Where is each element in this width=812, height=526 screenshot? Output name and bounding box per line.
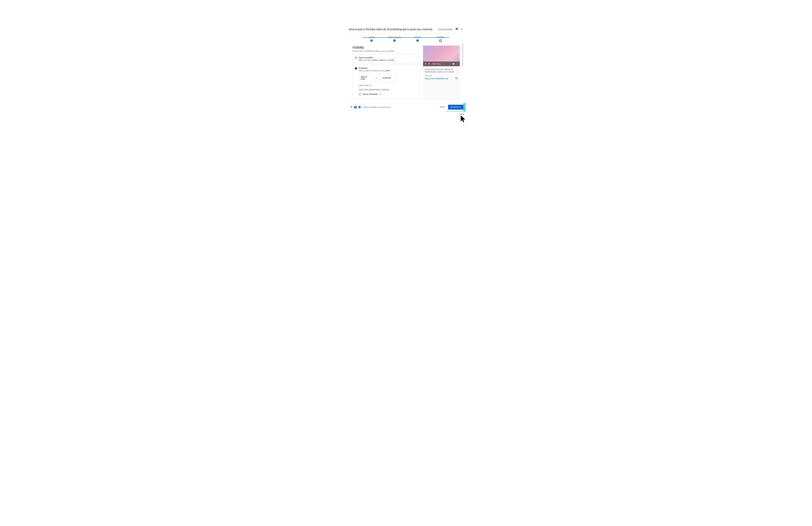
section-subtitle: Choose when to publish and who can see y… [352, 50, 420, 52]
step-checks[interactable]: Checks ✓ [406, 36, 429, 42]
option-description: Select a date to make your video public [359, 70, 391, 72]
dialog-header: How to post a YouTube video (& 10 publis… [349, 28, 463, 33]
play-icon[interactable] [424, 63, 426, 65]
timezone-row[interactable]: TIME ZONE ? [359, 84, 418, 86]
gear-icon[interactable] [452, 63, 454, 65]
preview-video-title: How to post a YouTube video (& 10 publis… [425, 68, 458, 73]
chevron-down-icon [376, 77, 377, 78]
date-picker[interactable]: Aug 31, 2022 [359, 74, 379, 82]
svg-rect-0 [456, 78, 457, 79]
cursor-annotation [459, 114, 466, 124]
back-button[interactable]: BACK [440, 106, 445, 108]
private-note: Video will be private before publishing [359, 89, 418, 91]
step-video-elements[interactable]: Video elements ✓ [383, 36, 406, 42]
saved-status-badge: Saved as private [437, 28, 453, 31]
close-icon[interactable] [460, 28, 463, 31]
hd-badge-icon: HD [354, 106, 357, 108]
dialog-content: Visibility Choose when to publish and wh… [349, 42, 463, 100]
video-preview-panel: 0:00 / 0:11 How to post a YouTube video … [423, 46, 460, 100]
video-link-label: Video link [425, 75, 458, 77]
schedule-button[interactable]: SCHEDULE [448, 105, 463, 109]
feedback-icon[interactable] [455, 28, 458, 31]
radio-icon [355, 57, 357, 59]
volume-icon[interactable] [428, 63, 431, 65]
premiere-label: Set as Premiere [363, 93, 378, 95]
upload-icon[interactable] [350, 106, 352, 108]
svg-line-1 [460, 114, 460, 115]
step-details[interactable]: Details ✓ [360, 36, 383, 42]
option-description: Make your video public, unlisted, or pri… [359, 59, 394, 61]
dialog-title: How to post a YouTube video (& 10 publis… [349, 28, 437, 31]
checks-status-text: Checks complete. No issues found. [363, 106, 440, 108]
video-time: 0:00 / 0:11 [432, 63, 451, 65]
schedule-option[interactable]: Schedule Select a date to make your vide… [352, 65, 420, 98]
scrollbar[interactable] [462, 43, 463, 67]
time-value: 12:00 AM [382, 77, 391, 79]
premiere-checkbox-row[interactable]: Set as Premiere ? [359, 93, 418, 95]
checkbox-icon [359, 93, 361, 95]
copy-icon[interactable] [455, 77, 458, 80]
video-thumbnail[interactable]: 0:00 / 0:11 [423, 46, 460, 66]
step-visibility[interactable]: Visibility [429, 36, 452, 42]
help-icon[interactable]: ? [379, 93, 381, 95]
save-or-publish-option[interactable]: Save or publish Make your video public, … [352, 54, 420, 63]
section-title: Visibility [352, 46, 420, 49]
help-icon[interactable]: ? [370, 84, 372, 86]
option-label: Save or publish [359, 56, 394, 59]
video-link[interactable]: https://youtu.be/IIiWMSnz3uE [425, 77, 449, 79]
progress-stepper: Details ✓ Video elements ✓ Checks ✓ Visi… [349, 33, 463, 42]
time-picker[interactable]: 12:00 AM [380, 74, 396, 82]
svg-line-3 [463, 114, 464, 115]
fullscreen-icon[interactable] [456, 63, 459, 65]
dialog-footer: HD Checks complete. No issues found. BAC… [349, 103, 463, 111]
upload-dialog: How to post a YouTube video (& 10 publis… [349, 28, 463, 111]
check-circle-icon [359, 106, 361, 108]
radio-icon [355, 67, 357, 70]
option-label: Schedule [359, 67, 391, 69]
date-value: Aug 31, 2022 [361, 76, 372, 80]
